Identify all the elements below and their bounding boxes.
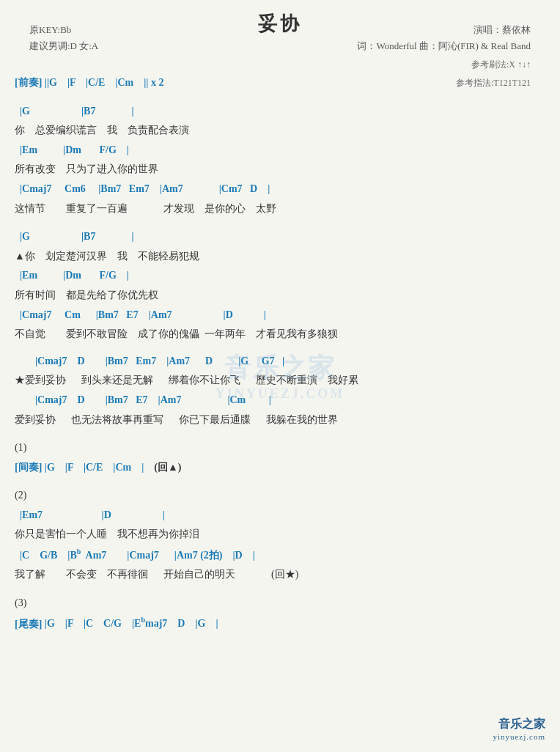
singer: 演唱：蔡依林 [357, 22, 531, 38]
v2-lyric2: 所有时间 都是先给了你优先权 [15, 286, 545, 306]
credits: 词：Wonderful 曲：阿沁(FIR) & Real Band [357, 38, 531, 54]
section-chorus1: |Cmaj7 D |Bm7 Em7 |Am7 D |G G7 | ★爱到妥协 到… [15, 352, 545, 430]
section-part2: (2) |Em7 |D | 你只是害怕一个人睡 我不想再为你掉泪 |C G/B … [15, 486, 545, 585]
page: 原KEY:Bb 建议男调:D 女:A 妥协 演唱：蔡依林 词：Wonderful… [0, 0, 560, 752]
outro-label: (3) [15, 594, 545, 613]
footer-en: yinyuezj.com [493, 732, 545, 741]
ch1-lyric2: 爱到妥协 也无法将故事再重写 你已下最后通牒 我躲在我的世界 [15, 410, 545, 430]
section-outro: (3) [尾奏] |G |F |C C/G |Ebmaj7 D |G | [15, 594, 545, 634]
key-info: 原KEY:Bb [29, 22, 98, 38]
v1-lyric3: 这情节 重复了一百遍 才发现 是你的心 太野 [15, 199, 545, 219]
meta-left: 原KEY:Bb 建议男调:D 女:A [29, 22, 98, 54]
v2-lyric1: ▲你 划定楚河汉界 我 不能轻易犯规 [15, 247, 545, 267]
meta-right: 演唱：蔡依林 词：Wonderful 曲：阿沁(FIR) & Real Band… [357, 22, 531, 90]
p2-lyric2: 我了解 不会变 不再徘徊 开始自己的明天 (回★) [15, 565, 545, 585]
v2-chord3: |Cmaj7 Cm |Bm7 E7 |Am7 |D | [15, 306, 545, 325]
ref-strum: 参考刷法:X ↑↓↑ [357, 57, 531, 72]
p2-chord1: |Em7 |D | [15, 506, 545, 526]
v2-chord1: |G |B7 | [15, 227, 545, 247]
v1-chord2: |Em |Dm F/G | [15, 141, 545, 161]
ch1-lyric1: ★爱到妥协 到头来还是无解 绑着你不让你飞 歷史不断重演 我好累 [15, 371, 545, 391]
v1-chord3: |Cmaj7 Cm6 |Bm7 Em7 |Am7 |Cm7 D | [15, 180, 545, 199]
ch1-chord2: |Cmaj7 D |Bm7 E7 |Am7 |Cm | [15, 391, 545, 410]
content-area: [前奏] ||G |F |C/E |Cm || x 2 |G |B7 | 你 总… [15, 73, 545, 634]
footer-cn: 音乐之家 [498, 717, 545, 732]
header-area: 原KEY:Bb 建议男调:D 女:A 妥协 演唱：蔡依林 词：Wonderful… [15, 11, 545, 66]
outro-line: [尾奏] |G |F |C C/G |Ebmaj7 D |G | [15, 613, 545, 634]
interlude1-line: [间奏] |G |F |C/E |Cm | (回▲) [15, 458, 545, 478]
v1-chord1: |G |B7 | [15, 102, 545, 122]
section-verse2: |G |B7 | ▲你 划定楚河汉界 我 不能轻易犯规 |Em |Dm F/G … [15, 227, 545, 344]
v2-lyric3: 不自觉 爱到不敢冒险 成了你的傀儡 一年两年 才看见我有多狼狈 [15, 325, 545, 344]
part2-label: (2) [15, 486, 545, 506]
footer: 音乐之家 yinyuezj.com [493, 717, 545, 741]
ch1-chord1: |Cmaj7 D |Bm7 Em7 |Am7 D |G G7 | [15, 352, 545, 372]
interlude1-label: (1) [15, 438, 545, 458]
section-verse1: |G |B7 | 你 总爱编织谎言 我 负责配合表演 |Em |Dm F/G |… [15, 102, 545, 219]
section-interlude1: (1) [间奏] |G |F |C/E |Cm | (回▲) [15, 438, 545, 477]
ref-finger: 参考指法:T121T121 [357, 75, 531, 90]
suggest-info: 建议男调:D 女:A [29, 38, 98, 54]
p2-chord2: |C G/B |Bb Am7 |Cmaj7 |Am7 (2拍) |D | [15, 545, 545, 565]
v1-lyric1: 你 总爱编织谎言 我 负责配合表演 [15, 121, 545, 141]
p2-lyric1: 你只是害怕一个人睡 我不想再为你掉泪 [15, 525, 545, 545]
v2-chord2: |Em |Dm F/G | [15, 266, 545, 286]
v1-lyric2: 所有改变 只为了进入你的世界 [15, 160, 545, 180]
